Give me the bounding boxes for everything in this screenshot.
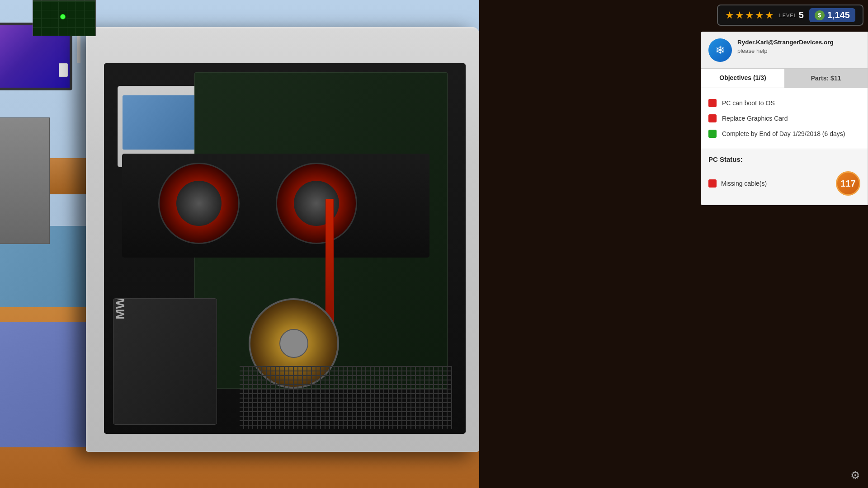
panel-tabs: Objectives (1/3) Parts: $11 <box>701 69 868 88</box>
star-5-half: ★ <box>765 9 774 21</box>
game-viewport: MWE BRONZE 500 <box>0 0 479 488</box>
status-indicator-0 <box>708 179 717 188</box>
customer-avatar-icon: ❄ <box>715 43 725 57</box>
objective-status-2 <box>708 130 717 138</box>
storage-sticker <box>123 95 204 150</box>
score-circle-0: 117 <box>836 171 860 196</box>
star-4: ★ <box>755 9 764 21</box>
money-icon: $ <box>815 10 825 20</box>
objective-text-1: Replace Graphics Card <box>722 115 788 122</box>
pc-case[interactable]: MWE BRONZE 500 <box>86 27 479 461</box>
tab-parts[interactable]: Parts: $11 <box>784 69 868 88</box>
objective-item-2: Complete by End of Day 1/29/2018 (6 days… <box>708 126 860 141</box>
gear-icon: ⚙ <box>850 469 860 482</box>
gpu-fan-left <box>158 163 240 244</box>
level-label: LEVEL <box>779 13 797 18</box>
customer-avatar: ❄ <box>708 38 732 62</box>
minimap <box>33 0 96 36</box>
customer-message: please help <box>737 47 860 54</box>
objective-status-0 <box>708 99 717 107</box>
star-2: ★ <box>735 9 744 21</box>
pc-status-section: PC Status: Missing cable(s) 117 <box>701 149 868 205</box>
info-panel: ❄ Ryder.Karl@StrangerDevices.org please … <box>701 32 868 205</box>
objectives-list: PC can boot to OS Replace Graphics Card … <box>701 88 868 149</box>
settings-button[interactable]: ⚙ <box>847 467 863 483</box>
customer-info: Ryder.Karl@StrangerDevices.org please he… <box>737 38 860 54</box>
wall-socket <box>59 63 68 77</box>
hud-bar: ★ ★ ★ ★ ★ LEVEL 5 $ 1,145 <box>717 5 863 26</box>
case-interior: MWE BRONZE 500 <box>104 63 466 434</box>
gpu-fan-right <box>276 163 357 244</box>
gpu-graphics-card[interactable] <box>122 154 429 258</box>
objective-text-2: Complete by End of Day 1/29/2018 (6 days… <box>722 130 845 137</box>
minimap-player-marker <box>60 14 66 19</box>
level-badge: LEVEL 5 <box>779 10 804 20</box>
money-badge: $ 1,145 <box>809 8 855 22</box>
customer-header: ❄ Ryder.Karl@StrangerDevices.org please … <box>701 32 868 69</box>
objective-text-0: PC can boot to OS <box>722 99 775 107</box>
objective-item-0: PC can boot to OS <box>708 95 860 111</box>
objective-item-1: Replace Graphics Card <box>708 111 860 126</box>
star-3: ★ <box>745 9 754 21</box>
status-item-0: Missing cable(s) 117 <box>708 169 860 198</box>
star-1: ★ <box>725 9 734 21</box>
objective-status-1 <box>708 114 717 122</box>
score-value-0: 117 <box>840 178 855 189</box>
psu-label: MWE BRONZE 500 <box>113 298 127 319</box>
power-supply-unit: MWE BRONZE 500 <box>113 298 217 425</box>
level-number: 5 <box>799 10 804 20</box>
ram-stick <box>326 199 334 325</box>
tab-objectives[interactable]: Objectives (1/3) <box>701 69 784 88</box>
status-item-left-0: Missing cable(s) <box>708 179 767 188</box>
status-text-0: Missing cable(s) <box>721 180 767 187</box>
pc-status-title: PC Status: <box>708 155 860 163</box>
customer-email: Ryder.Karl@StrangerDevices.org <box>737 38 860 47</box>
filing-cabinet <box>0 117 50 244</box>
money-amount: 1,145 <box>827 10 850 20</box>
bottom-vent-mesh <box>240 366 452 429</box>
rating-stars: ★ ★ ★ ★ ★ <box>725 9 774 21</box>
